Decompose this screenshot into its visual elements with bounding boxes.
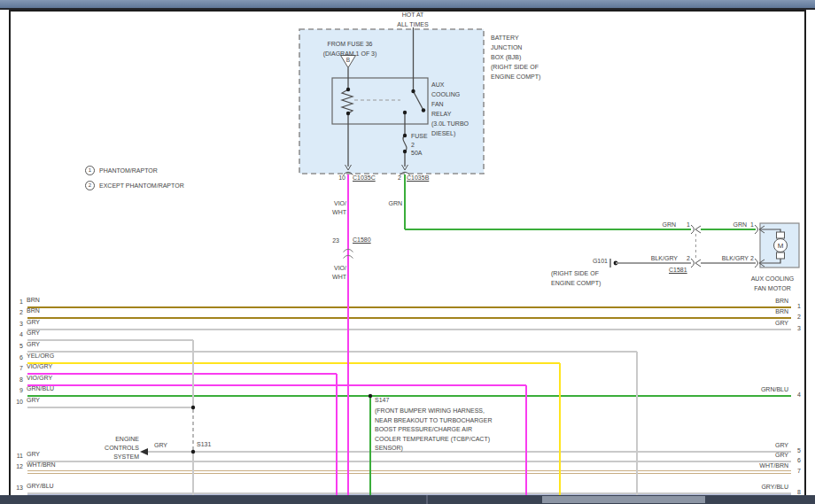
label-line: COOLING [431, 89, 469, 99]
bus-row-number-left: 13 [9, 485, 23, 492]
junction-dot [411, 89, 415, 93]
bus-row-number-left: 7 [9, 365, 23, 372]
label-line: (DIAGRAM 1 OF 3) [307, 49, 392, 58]
connector-name-c1580: C1580 [353, 236, 371, 244]
bus-wire-label-left: YEL/ORG [27, 353, 54, 360]
connector-name-c1581: C1581 [669, 267, 687, 274]
label-line: VIO/ [320, 264, 346, 273]
bus-row-number-right: 2 [797, 314, 806, 321]
bus-wire-label-right: BRN [700, 308, 788, 315]
bus-row-number-left: 2 [9, 309, 23, 316]
label-line: ALL TIMES [382, 20, 444, 30]
pin-number: 23 [325, 237, 339, 244]
bus-row-number-right: 4 [797, 392, 806, 399]
motor-terminal [777, 232, 785, 238]
junction-dot [191, 406, 195, 409]
label-line: AUX [431, 80, 469, 89]
pin-number: 1 [750, 221, 757, 229]
bus-wire-label-left: GRY [27, 330, 40, 337]
bus-wire-label-left: GRY [27, 319, 40, 326]
label-line: FROM FUSE 36 [307, 39, 392, 49]
label-line: 50A [411, 149, 428, 158]
junction-dot [403, 150, 407, 153]
s147-note: (FRONT BUMPER WIRING HARNESS,NEAR BREAKO… [375, 407, 493, 454]
wiring-diagram-page: BM 1BRNBRN12BRNBRN23GRYGRY34GRY5GRY6YEL/… [0, 0, 815, 504]
connector-name-c1035c: C1035C [353, 174, 376, 182]
connector-socket-icon [691, 259, 695, 268]
label-line: CONTROLS [84, 444, 139, 453]
label-line: (RIGHT SIDE OF [551, 268, 601, 278]
legend-label: PHANTOM/RAPTOR [99, 167, 158, 174]
label-line: AUX COOLING [730, 274, 815, 283]
wire-label-vio-wht: VIO/WHT [320, 264, 346, 282]
scrollbar-thumb[interactable] [542, 496, 705, 503]
horizontal-scrollbar[interactable] [0, 495, 815, 504]
label-line: FUSE [411, 132, 428, 141]
wire-label-blkgry: BLK/GRY [642, 255, 678, 262]
label-line: (RIGHT SIDE OF [491, 62, 540, 72]
label-line: BOX (BJB) [491, 52, 540, 62]
junction-dot [403, 111, 407, 114]
splice-name-s131: S131 [197, 441, 211, 448]
junction-dot [346, 88, 350, 91]
bus-row-number-right: 5 [797, 447, 806, 454]
motor-letter: M [778, 242, 784, 250]
bus-wire-label-right: GRY/BLU [700, 484, 788, 491]
bus-wire-label-left: BRN [27, 307, 40, 314]
bus-row-number-right: 3 [797, 325, 806, 332]
label-line: RELAY [431, 109, 469, 119]
bus-wire-label-right: GRY [700, 320, 788, 327]
label-line: ENGINE COMPT) [491, 72, 540, 81]
label-line: VIO/ [320, 199, 346, 208]
bus-wire-label-left: BRN [27, 297, 40, 304]
bus-wire-label-left: GRY [27, 341, 40, 348]
junction-dot [346, 112, 350, 115]
wire-label-gry: GRY [154, 442, 167, 449]
label-line: COOLER TEMPERATURE (TCBP/CACT) [375, 435, 493, 445]
label-line: HOT AT [382, 11, 444, 20]
pin-number: 10 [331, 174, 345, 182]
junction-dot [403, 134, 407, 137]
pin-number: 1 [684, 221, 690, 229]
label-line: SENSOR) [375, 444, 493, 454]
pin-number: 2 [750, 255, 757, 262]
bus-wire-label-right: GRN/BLU [700, 386, 788, 393]
label-line: 2 [411, 141, 428, 150]
junction-dot [369, 394, 372, 398]
motor-terminal [777, 252, 785, 259]
bus-row-number-left: 5 [9, 343, 23, 350]
label-line: (FRONT BUMPER WIRING HARNESS, [375, 407, 493, 416]
label-line: ENGINE [84, 435, 139, 444]
label-line: JUNCTION [491, 43, 540, 52]
fuse-label: FUSE250A [411, 132, 428, 158]
bus-row-number-left: 9 [9, 387, 23, 394]
bus-row-number-right: 6 [797, 457, 806, 464]
ground-location-label: (RIGHT SIDE OFENGINE COMPT) [551, 268, 601, 288]
bus-wire-label-left: GRY [27, 397, 40, 404]
wire-label-grn: GRN [649, 221, 676, 229]
hot-at-all-times-label: HOT ATALL TIMES [382, 11, 444, 29]
label-line: WHT [320, 273, 346, 282]
engine-controls-system-label: ENGINECONTROLSSYSTEM [84, 435, 139, 461]
fan-motor-label: AUX COOLINGFAN MOTOR [730, 274, 815, 293]
label-line: BOOST PRESSURE/CHARGE AIR [375, 425, 493, 435]
pin-number: 2 [684, 255, 690, 262]
bjb-label: BATTERYJUNCTIONBOX (BJB)(RIGHT SIDE OFEN… [491, 33, 540, 81]
splice-name-s147: S147 [375, 397, 389, 404]
connector-arrow-icon [695, 260, 701, 267]
label-line: FAN MOTOR [730, 283, 815, 293]
label-line: BATTERY [491, 33, 540, 43]
label-line: ENGINE COMPT) [551, 278, 601, 288]
junction-dot [191, 450, 195, 454]
bus-row-number-right: 7 [797, 468, 806, 475]
wire-label-grn: GRN [720, 221, 747, 229]
from-fuse-label: FROM FUSE 36(DIAGRAM 1 OF 3) [307, 39, 392, 58]
bus-wire-label-right: WHT/BRN [700, 462, 788, 469]
label-line: (3.0L TURBO [431, 119, 469, 128]
bus-wire-label-left: GRY/BLU [27, 483, 54, 490]
bus-row-number-left: 3 [9, 321, 23, 328]
label-line: DIESEL) [431, 128, 469, 138]
wire-label-blkgry: BLK/GRY [713, 255, 749, 262]
bus-row-number-left: 10 [9, 399, 23, 406]
bus-row-number-left: 11 [9, 453, 23, 460]
